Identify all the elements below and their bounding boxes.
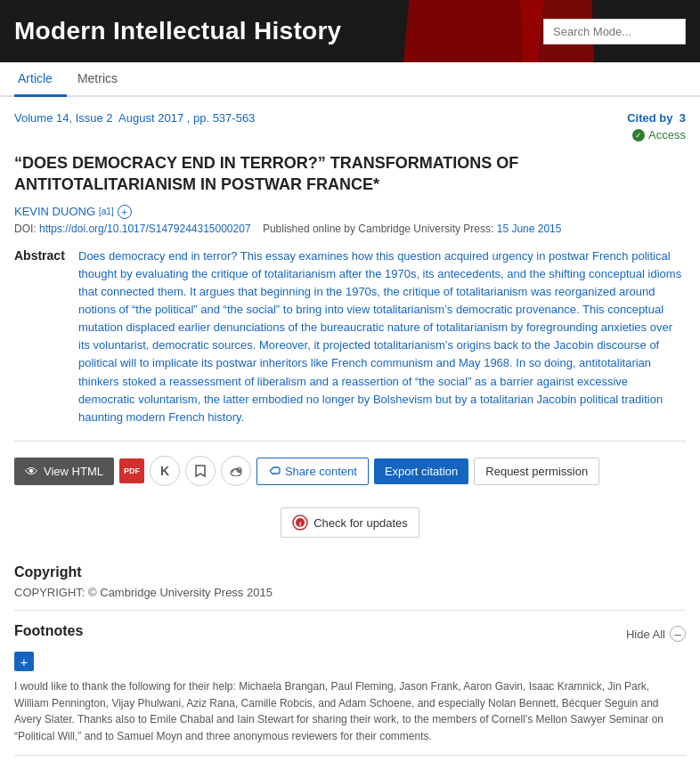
author-name[interactable]: KEVIN DUONG: [14, 205, 95, 218]
k-icon-button[interactable]: K: [150, 456, 180, 486]
page-header: Modern Intellectual History: [0, 0, 700, 62]
main-content: Volume 14, Issue 2 August 2017 , pp. 537…: [0, 97, 700, 762]
abstract-label: Abstract: [14, 247, 68, 426]
pdf-icon[interactable]: PDF: [119, 458, 144, 483]
bookmark-icon: [194, 464, 207, 478]
action-buttons-row2: i Check for updates: [14, 507, 686, 538]
copyright-content: COPYRIGHT: © Cambridge University Press …: [14, 586, 686, 599]
doi-link[interactable]: https://doi.org/10.1017/S147924431500020…: [39, 223, 251, 235]
author-line: KEVIN DUONG [a1] +: [14, 205, 686, 219]
access-badge: ✓ Access: [627, 128, 686, 142]
cited-access: Cited by 3 ✓ Access: [627, 111, 686, 142]
export-citation-button[interactable]: Export citation: [374, 458, 468, 484]
copyright-section: Copyright COPYRIGHT: © Cambridge Univers…: [14, 552, 686, 611]
cloud-icon: [229, 466, 243, 476]
article-title: “DOES DEMOCRACY END IN TERROR?” TRANSFOR…: [14, 152, 686, 196]
check-updates-button[interactable]: i Check for updates: [281, 507, 419, 538]
author-superscript: [a1]: [99, 207, 114, 216]
date-pages: August 2017 , pp. 537-563: [116, 111, 255, 125]
search-box[interactable]: [543, 19, 686, 45]
save-icon-button[interactable]: [185, 456, 216, 486]
check-circle-icon: ✓: [632, 129, 645, 142]
cloud-icon-button[interactable]: [221, 456, 251, 486]
article-meta-bar: Volume 14, Issue 2 August 2017 , pp. 537…: [14, 111, 686, 142]
tab-article[interactable]: Article: [14, 62, 67, 97]
doi-line: DOI: https://doi.org/10.1017/S1479244315…: [14, 223, 686, 235]
view-html-button[interactable]: 👁 View HTML: [14, 458, 114, 485]
footnotes-header: Footnotes Hide All –: [14, 623, 686, 644]
cited-by: Cited by 3: [627, 111, 686, 125]
tab-metrics[interactable]: Metrics: [74, 62, 132, 97]
abstract-text: Does democracy end in terror? This essay…: [78, 247, 686, 426]
share-icon: [268, 465, 281, 477]
footnote-add-button[interactable]: +: [14, 652, 34, 671]
eye-icon: 👁: [25, 464, 38, 479]
search-input[interactable]: [543, 19, 686, 45]
add-author-icon[interactable]: +: [118, 205, 132, 219]
update-icon: i: [292, 515, 308, 531]
tabs-bar: Article Metrics: [0, 62, 700, 97]
volume-link[interactable]: Volume 14, Issue 2: [14, 111, 113, 125]
published-date: 15 June 2015: [497, 223, 562, 235]
share-content-button[interactable]: Share content: [256, 458, 369, 485]
abstract-section: Abstract Does democracy end in terror? T…: [14, 247, 686, 442]
footnotes-hide-all-button[interactable]: Hide All –: [626, 626, 686, 642]
request-permission-button[interactable]: Request permission: [474, 458, 599, 485]
svg-text:i: i: [299, 520, 301, 528]
journal-title: Modern Intellectual History: [14, 17, 342, 45]
footnote-text: I would like to thank the following for …: [14, 678, 686, 744]
footnotes-title: Footnotes: [14, 623, 83, 639]
minus-circle-icon: –: [670, 626, 686, 642]
copyright-title: Copyright: [14, 564, 686, 580]
published-label: Published online by Cambridge University…: [263, 223, 493, 235]
footnotes-section: Footnotes Hide All – + I would like to t…: [14, 611, 686, 756]
action-buttons-row1: 👁 View HTML PDF K Share content Export: [14, 456, 686, 500]
